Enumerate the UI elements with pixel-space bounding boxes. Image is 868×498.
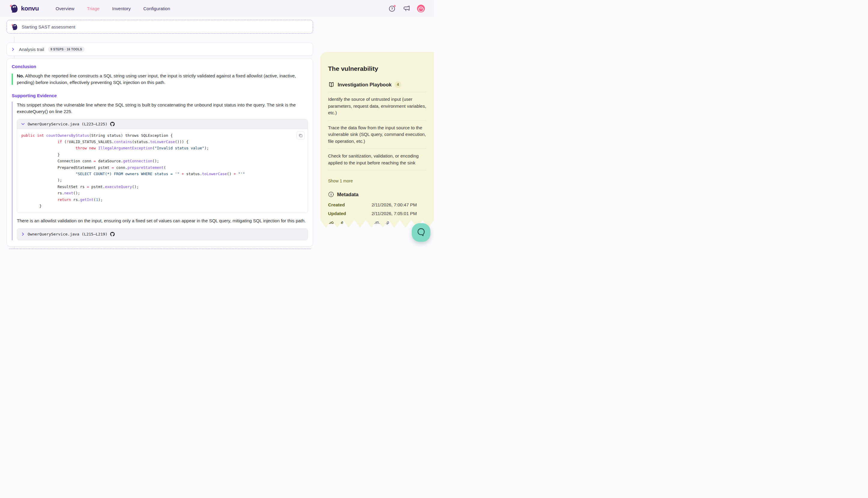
konvu-logo[interactable]: konvu [9, 4, 39, 13]
code-lines: public int countOwnersByStatus(String st… [21, 132, 303, 209]
conclusion-card: Conclusion No. Although the reported lin… [7, 58, 313, 247]
nav-inventory[interactable]: Inventory [112, 6, 131, 11]
top-navigation-bar: konvu Overview Triage Inventory Configur… [0, 0, 434, 17]
conclusion-text: Although the reported line constructs a … [17, 73, 296, 85]
metadata-value: 2/11/2026, 7:05:01 PM [372, 211, 426, 216]
chat-bubble-icon [417, 228, 426, 237]
nav-configuration[interactable]: Configuration [143, 6, 170, 11]
sast-start-text: Starting SAST assessment [22, 24, 75, 29]
playbook-item: Check for sanitization, validation, or e… [328, 153, 426, 166]
github-icon[interactable] [110, 122, 115, 126]
playbook-count-badge: 4 [395, 81, 401, 88]
show-more-link[interactable]: Show 1 more [328, 179, 353, 183]
vulnerability-panel: The vulnerability Investigation Playbook… [320, 52, 434, 220]
chevron-right-icon [11, 48, 15, 51]
github-icon[interactable] [110, 232, 115, 236]
book-icon [328, 81, 335, 88]
konvu-ghost-icon [9, 4, 18, 13]
snippet-file-label: OwnerQueryService.java (L223–L225) [28, 122, 107, 126]
megaphone-icon[interactable] [403, 5, 410, 12]
metadata-title: Metadata [337, 192, 359, 197]
playbook-item: Trace the data flow from the input sourc… [328, 124, 426, 145]
code-snippet-header[interactable]: OwnerQueryService.java (L223–L225) [17, 119, 308, 129]
evidence-paragraph-2: There is an allowlist validation on the … [17, 218, 308, 224]
chevron-down-icon [21, 122, 25, 126]
code-snippet-body: public int countOwnersByStatus(String st… [17, 129, 308, 213]
chat-widget-button[interactable] [412, 223, 430, 242]
main-nav: Overview Triage Inventory Configuration [55, 6, 170, 11]
code-reference-row[interactable]: OwnerQueryService.java (L215–L219) [17, 228, 308, 240]
info-icon [328, 192, 334, 197]
metadata-label: Created [328, 202, 372, 207]
nav-triage[interactable]: Triage [87, 6, 100, 11]
divider [328, 148, 426, 149]
code-snippet-block: OwnerQueryService.java (L223–L225) publi… [17, 119, 308, 213]
metadata-label: Updated [328, 211, 372, 216]
logo-wordmark: konvu [21, 5, 39, 12]
analysis-trail-toggle[interactable]: Analysis trail 9 STEPS · 16 TOOLS [7, 43, 313, 56]
analysis-trail-label: Analysis trail [19, 47, 44, 52]
reference-file-label: OwnerQueryService.java (L215–L219) [28, 232, 107, 236]
user-avatar[interactable] [417, 4, 425, 13]
panel-title: The vulnerability [328, 65, 426, 72]
supporting-evidence-heading: Supporting Evidence [12, 93, 308, 98]
playbook-item: Identify the source of untrusted input (… [328, 96, 426, 116]
konvu-ghost-icon-small [11, 23, 18, 30]
divider [328, 120, 426, 121]
playbook-title: Investigation Playbook [338, 82, 392, 88]
chevron-right-icon [21, 232, 25, 236]
evidence-paragraph-1: This snippet shows the vulnerable line w… [17, 102, 308, 115]
assessment-complete-banner: Assessment complete. This finding is Fal… [7, 249, 313, 249]
conclusion-heading: Conclusion [12, 64, 308, 69]
copy-code-button[interactable] [297, 131, 305, 140]
svg-text:?: ? [391, 7, 393, 11]
divider [328, 92, 426, 92]
divider [328, 170, 426, 170]
trail-steps-badge: 9 STEPS · 16 TOOLS [48, 47, 85, 52]
evidence-block: This snippet shows the vulnerable line w… [12, 102, 308, 240]
metadata-value: 2/11/2026, 7:00:47 PM [372, 202, 426, 207]
conclusion-lead: No. [17, 73, 24, 78]
help-icon[interactable]: ? [388, 4, 396, 12]
nav-overview[interactable]: Overview [55, 6, 75, 11]
sast-start-banner: Starting SAST assessment [7, 20, 313, 34]
conclusion-quote: No. Although the reported line construct… [12, 73, 308, 86]
